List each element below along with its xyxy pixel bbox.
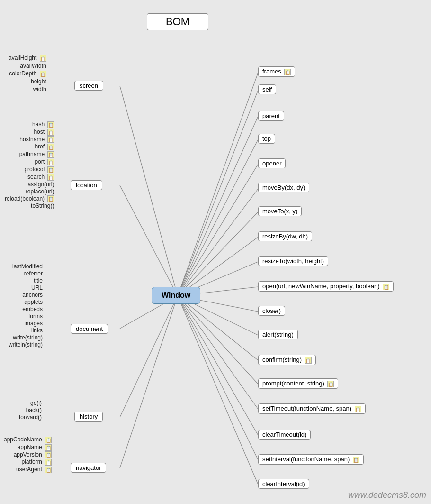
node-opener: opener: [258, 158, 286, 168]
leaf-assign: assign(url): [27, 181, 54, 188]
leaf-pathname: pathname 📋: [19, 151, 54, 158]
svg-line-15: [178, 296, 258, 435]
node-alert: alert(string): [258, 330, 298, 339]
leaf-protocol: protocol 📋: [24, 166, 54, 173]
leaf-writeln: writeln(string): [9, 341, 43, 348]
group-document: document: [71, 324, 108, 334]
node-clearInterval: clearInterval(id): [258, 479, 309, 489]
leaf-appName: appName 📋: [18, 444, 52, 451]
svg-line-3: [178, 139, 258, 296]
leaf-colorDepth: colorDepth 📋: [9, 70, 46, 77]
leaf-URL: URL: [31, 284, 43, 291]
svg-line-21: [120, 296, 178, 417]
node-top: top: [258, 134, 275, 144]
leaf-anchors: anchors: [22, 292, 43, 298]
svg-line-17: [178, 296, 258, 485]
leaf-port: port 📋: [35, 158, 54, 165]
node-moveBy: moveBy(dx, dy): [258, 183, 309, 192]
document-leaves: lastModified referrer title URL anchors …: [9, 263, 43, 348]
leaf-embeds: embeds: [22, 306, 43, 312]
leaf-replace: replace(url): [26, 188, 54, 195]
svg-line-12: [178, 296, 258, 360]
node-setInterval: setInterval(functionName, span) 📋: [258, 454, 364, 465]
node-open: open(url, newWinName, property, boolean)…: [258, 281, 394, 292]
node-close: close(): [258, 306, 285, 316]
leaf-title: title: [34, 277, 43, 284]
node-moveTo: moveTo(x, y): [258, 206, 302, 216]
leaf-hash: hash 📋: [32, 121, 54, 128]
node-frames: frames 📋: [258, 66, 295, 77]
node-resizeTo: resizeTo(width, height): [258, 256, 328, 266]
title-box: BOM: [147, 13, 208, 30]
group-navigator: navigator: [71, 463, 106, 473]
svg-line-2: [178, 116, 258, 296]
leaf-search: search 📋: [27, 174, 54, 181]
node-setTimeout: setTimeout(functionName, span) 📋: [258, 403, 366, 414]
leaf-availHeight: availHeight 📋: [9, 55, 46, 62]
leaf-appCodeName: appCodeName 📋: [4, 436, 52, 443]
node-resizeBy: resizeBy(dw, dh): [258, 231, 312, 241]
window-node: Window: [152, 287, 200, 304]
leaf-width: width: [33, 86, 46, 92]
leaf-href: href 📋: [35, 143, 54, 150]
leaf-links: links: [31, 327, 43, 334]
leaf-lastModified: lastModified: [12, 263, 43, 270]
svg-line-22: [120, 296, 178, 468]
leaf-hostname: hostname 📋: [19, 136, 54, 143]
leaf-images: images: [24, 320, 43, 327]
leaf-host: host 📋: [34, 128, 54, 136]
leaf-write: write(string): [13, 334, 43, 341]
leaf-availWidth: availWidth: [20, 63, 46, 69]
navigator-leaves: appCodeName 📋 appName 📋 appVersion 📋 pla…: [4, 436, 52, 473]
group-history: history: [74, 412, 103, 422]
svg-line-0: [178, 73, 258, 296]
group-location: location: [71, 180, 102, 190]
leaf-toString: toString(): [31, 202, 54, 209]
screen-leaves: availHeight 📋 availWidth colorDepth 📋 he…: [9, 55, 46, 92]
leaf-userAgent: userAgent 📋: [16, 466, 52, 473]
svg-line-19: [120, 185, 178, 296]
leaf-appVersion: appVersion 📋: [14, 451, 52, 458]
svg-line-16: [178, 296, 258, 460]
leaf-height: height: [31, 78, 46, 85]
node-confirm: confirm(string) 📋: [258, 355, 316, 365]
leaf-go: go(i): [30, 400, 42, 406]
svg-line-5: [178, 189, 258, 296]
leaf-platform: platform 📋: [21, 458, 52, 466]
svg-line-4: [178, 164, 258, 296]
history-leaves: go(i) back() forward(): [19, 400, 42, 421]
svg-line-6: [178, 212, 258, 296]
leaf-referrer: referrer: [24, 270, 43, 277]
leaf-forward: forward(): [19, 414, 42, 421]
location-leaves: hash 📋 host 📋 hostname 📋 href 📋 pathname…: [5, 121, 54, 209]
group-screen: screen: [74, 81, 103, 91]
node-prompt: prompt(content, string) 📋: [258, 378, 338, 389]
watermark: www.dedecms8.com: [348, 490, 426, 500]
svg-line-14: [178, 296, 258, 409]
leaf-back: back(): [26, 407, 42, 413]
diagram-title: BOM: [166, 16, 189, 27]
node-self: self: [258, 84, 276, 94]
svg-line-18: [120, 86, 178, 296]
leaf-applets: applets: [24, 299, 43, 305]
node-clearTimeout: clearTimeout(id): [258, 430, 311, 440]
svg-line-13: [178, 296, 258, 384]
leaf-reload: reload(boolean) 📋: [5, 195, 54, 202]
node-parent: parent: [258, 111, 284, 121]
svg-line-1: [178, 90, 258, 296]
leaf-forms: forms: [28, 313, 43, 320]
